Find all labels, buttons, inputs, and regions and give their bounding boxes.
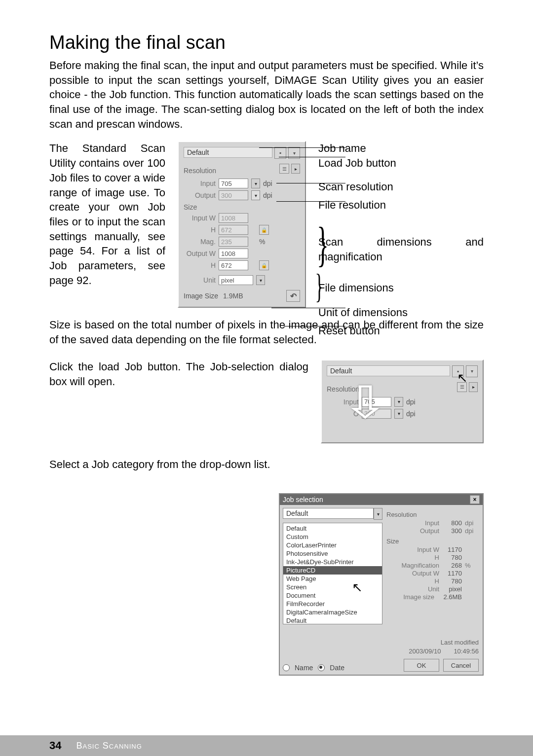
js-h-label: H — [400, 554, 439, 561]
dialog-title: Job selection — [283, 496, 323, 504]
save-job-button[interactable]: ▪ — [274, 147, 286, 159]
close-icon[interactable]: × — [470, 495, 480, 504]
mini-input-field[interactable]: 705 — [362, 397, 391, 407]
image-size-label: Image Size — [184, 292, 218, 300]
load-job-button[interactable]: ▾ — [288, 147, 300, 159]
cancel-button[interactable]: Cancel — [443, 659, 479, 672]
mini-load-job-button[interactable]: ▾ — [466, 365, 478, 377]
category-option[interactable]: Web Page — [283, 575, 382, 583]
category-option[interactable]: ColorLaserPrinter — [283, 541, 382, 549]
category-option[interactable]: PictureCD — [283, 566, 382, 575]
dpi-label: dpi — [263, 180, 272, 187]
js-unit-label: Unit — [400, 585, 439, 593]
sort-name-radio[interactable] — [283, 664, 290, 671]
category-option[interactable]: Document — [283, 591, 382, 600]
mag-field: 235 — [219, 237, 248, 247]
dpi-label: dpi — [263, 191, 272, 199]
mag-label: Mag. — [184, 238, 216, 246]
mini-input-dd-icon[interactable]: ▾ — [394, 397, 403, 407]
js-isize-label: Image size — [395, 593, 434, 601]
input-h-label: H — [184, 226, 216, 234]
js-mag-label: Magnification — [400, 562, 439, 569]
category-option[interactable]: Default — [283, 524, 382, 533]
callouts-column: Job name Load Job button Scan resolution… — [318, 141, 484, 308]
category-field[interactable]: Default — [283, 508, 374, 519]
step-1-text: Click the load Job button. The Job-selec… — [49, 360, 308, 453]
input-w-field: 1008 — [219, 213, 248, 223]
mini-output-field: 300 — [362, 409, 391, 419]
reset-button[interactable]: ↶ — [286, 290, 300, 302]
js-isize-value: 2.6MB — [437, 593, 462, 601]
job-name-field[interactable]: Default — [184, 147, 272, 158]
page-footer: 34 Basic Scanning — [0, 735, 533, 756]
js-size-title: Size — [386, 538, 480, 545]
output-res-dropdown-icon: ▾ — [251, 190, 260, 200]
category-dropdown-icon[interactable]: ▾ — [374, 508, 382, 520]
output-w-label: Output W — [184, 250, 216, 257]
last-modified-value: 2003/09/10 10:49:56 — [409, 647, 479, 656]
category-option[interactable]: FilmRecorder — [283, 600, 382, 608]
percent-label: % — [259, 238, 265, 246]
js-output-label: Output — [400, 527, 439, 535]
input-h-field: 672 — [219, 225, 248, 235]
step-2-text: Select a Job category from the drop-down… — [49, 457, 308, 551]
image-size-value: 1.9MB — [223, 292, 243, 300]
resolution-preset-button[interactable]: ☰ — [279, 164, 289, 174]
unit-dropdown-icon[interactable]: ▾ — [256, 275, 265, 285]
mini-output-dd-icon: ▾ — [394, 409, 403, 419]
side-paragraph: The Standard Scan Utility contains over … — [49, 141, 165, 308]
sort-date-radio[interactable] — [318, 664, 325, 671]
mini-job-name[interactable]: Default — [327, 365, 450, 376]
output-h-label: H — [184, 261, 216, 269]
js-ow-label: Output W — [400, 570, 439, 577]
chapter-name: Basic Scanning — [76, 741, 142, 751]
mini-save-job-button[interactable]: ▪ — [452, 365, 464, 377]
sort-date-label: Date — [330, 664, 344, 672]
js-input-value: 800 — [442, 519, 462, 527]
category-option[interactable]: Custom — [283, 533, 382, 541]
callout-scan-dim: Scan dimensions and magnification — [318, 235, 484, 264]
output-w-field[interactable]: 1008 — [219, 249, 248, 258]
sort-name-label: Name — [295, 664, 313, 672]
mini-res-preset-button[interactable]: ☰ — [457, 382, 467, 392]
callout-unit: Unit of dimensions — [318, 305, 408, 320]
category-list[interactable]: DefaultCustomColorLaserPrinterPhotosensi… — [283, 523, 382, 624]
output-h-field[interactable]: 672 — [219, 260, 248, 270]
js-pct: % — [465, 562, 480, 569]
js-dpi: dpi — [465, 519, 480, 527]
output-lock-icon[interactable]: 🔒 — [259, 260, 269, 270]
category-option[interactable]: Photosensitive — [283, 549, 382, 558]
resolution-help-icon[interactable]: ▸ — [291, 164, 300, 174]
page-title: Making the final scan — [49, 32, 484, 53]
size-group-label: Size — [184, 203, 300, 211]
callout-file-res: File resolution — [318, 198, 386, 213]
input-res-field[interactable]: 705 — [219, 179, 248, 188]
input-res-label: Input — [184, 180, 216, 187]
input-lock-icon[interactable]: 🔒 — [259, 225, 269, 235]
input-res-dropdown-icon[interactable]: ▾ — [251, 179, 260, 188]
mini-input-label: Input — [327, 398, 359, 406]
size-note: Size is based on the total number of pix… — [49, 318, 484, 347]
callout-job-name: Job name — [318, 141, 366, 156]
callout-file-dim: File dimensions — [318, 281, 394, 295]
category-option[interactable]: Default — [283, 616, 382, 624]
ok-button[interactable]: OK — [404, 659, 439, 672]
callout-reset: Reset button — [318, 324, 380, 338]
last-modified-label: Last modified — [409, 638, 479, 647]
js-ow-value: 1170 — [442, 570, 462, 577]
category-option[interactable]: Ink-Jet&Dye-SubPrinter — [283, 558, 382, 566]
job-selection-dialog: Job selection × Default ▾ DefaultCustomC… — [279, 493, 484, 676]
mini-preset-icon[interactable]: ▸ — [469, 382, 478, 392]
callout-load-job: Load Job button — [318, 156, 396, 171]
mini-panel-1: Default ▪ ▾ Resolution ▸ ☰ Input 705 ▾ d… — [321, 360, 484, 443]
js-input-label: Input — [400, 519, 439, 527]
mini-dpi: dpi — [406, 398, 416, 406]
js-unit-value: pixel — [442, 585, 462, 593]
intro-text: Before making the final scan, the input … — [49, 58, 484, 131]
mini-output-label: O — [327, 410, 359, 418]
unit-field[interactable]: pixel — [219, 275, 253, 285]
category-option[interactable]: Screen — [283, 583, 382, 591]
category-option[interactable]: DigitalCameraImageSize — [283, 608, 382, 616]
unit-label: Unit — [184, 276, 216, 284]
mini-dpi-2: dpi — [406, 410, 416, 418]
